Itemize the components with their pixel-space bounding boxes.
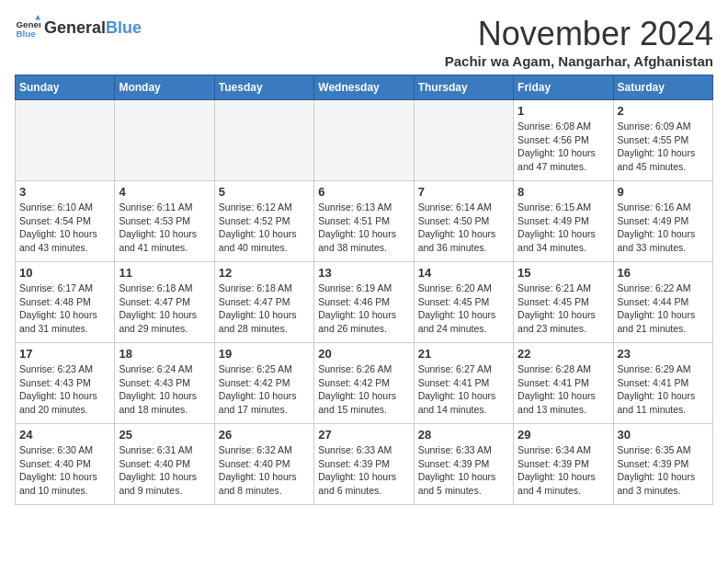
day-number: 13 <box>318 266 409 280</box>
calendar-cell: 28Sunrise: 6:33 AM Sunset: 4:39 PM Dayli… <box>414 424 513 505</box>
day-info: Sunrise: 6:09 AM Sunset: 4:55 PM Dayligh… <box>618 120 709 174</box>
calendar-cell: 19Sunrise: 6:25 AM Sunset: 4:42 PM Dayli… <box>214 343 313 424</box>
day-number: 10 <box>19 266 110 280</box>
day-number: 12 <box>219 266 310 280</box>
day-number: 3 <box>19 185 110 199</box>
header: General Blue GeneralBlue November 2024 P… <box>15 15 713 69</box>
day-number: 2 <box>618 104 709 118</box>
day-info: Sunrise: 6:13 AM Sunset: 4:51 PM Dayligh… <box>318 201 409 255</box>
calendar-cell: 30Sunrise: 6:35 AM Sunset: 4:39 PM Dayli… <box>613 424 712 505</box>
week-row-1: 1Sunrise: 6:08 AM Sunset: 4:56 PM Daylig… <box>16 100 713 181</box>
day-info: Sunrise: 6:27 AM Sunset: 4:41 PM Dayligh… <box>418 362 509 417</box>
day-number: 17 <box>19 347 110 361</box>
logo-icon: General Blue <box>15 15 40 40</box>
calendar-cell: 14Sunrise: 6:20 AM Sunset: 4:45 PM Dayli… <box>414 262 513 343</box>
day-info: Sunrise: 6:24 AM Sunset: 4:43 PM Dayligh… <box>119 362 210 417</box>
calendar-cell: 24Sunrise: 6:30 AM Sunset: 4:40 PM Dayli… <box>16 424 115 505</box>
day-number: 5 <box>219 185 310 199</box>
day-number: 18 <box>119 347 210 361</box>
week-row-3: 10Sunrise: 6:17 AM Sunset: 4:48 PM Dayli… <box>16 262 713 343</box>
day-info: Sunrise: 6:11 AM Sunset: 4:53 PM Dayligh… <box>119 201 210 255</box>
logo: General Blue GeneralBlue <box>15 15 142 40</box>
day-info: Sunrise: 6:32 AM Sunset: 4:40 PM Dayligh… <box>219 443 310 498</box>
day-number: 1 <box>518 104 609 118</box>
calendar-cell: 22Sunrise: 6:28 AM Sunset: 4:41 PM Dayli… <box>514 343 613 424</box>
day-info: Sunrise: 6:08 AM Sunset: 4:56 PM Dayligh… <box>518 120 609 174</box>
day-info: Sunrise: 6:33 AM Sunset: 4:39 PM Dayligh… <box>318 443 409 498</box>
day-info: Sunrise: 6:29 AM Sunset: 4:41 PM Dayligh… <box>618 362 709 417</box>
day-info: Sunrise: 6:20 AM Sunset: 4:45 PM Dayligh… <box>418 282 509 336</box>
day-number: 25 <box>119 428 210 442</box>
calendar-cell: 26Sunrise: 6:32 AM Sunset: 4:40 PM Dayli… <box>214 424 313 505</box>
calendar-cell: 5Sunrise: 6:12 AM Sunset: 4:52 PM Daylig… <box>214 181 313 262</box>
day-number: 9 <box>618 185 709 199</box>
day-number: 7 <box>418 185 509 199</box>
calendar-cell: 12Sunrise: 6:18 AM Sunset: 4:47 PM Dayli… <box>214 262 313 343</box>
day-number: 24 <box>19 428 110 442</box>
day-info: Sunrise: 6:35 AM Sunset: 4:39 PM Dayligh… <box>618 443 709 498</box>
day-number: 15 <box>518 266 609 280</box>
calendar-cell: 10Sunrise: 6:17 AM Sunset: 4:48 PM Dayli… <box>16 262 115 343</box>
day-number: 21 <box>418 347 509 361</box>
day-number: 23 <box>618 347 709 361</box>
calendar-cell <box>115 100 214 181</box>
day-number: 14 <box>418 266 509 280</box>
calendar-cell <box>414 100 513 181</box>
calendar-cell: 6Sunrise: 6:13 AM Sunset: 4:51 PM Daylig… <box>314 181 414 262</box>
day-info: Sunrise: 6:12 AM Sunset: 4:52 PM Dayligh… <box>219 201 310 255</box>
calendar-cell: 9Sunrise: 6:16 AM Sunset: 4:49 PM Daylig… <box>613 181 712 262</box>
calendar-cell: 23Sunrise: 6:29 AM Sunset: 4:41 PM Dayli… <box>613 343 712 424</box>
day-info: Sunrise: 6:17 AM Sunset: 4:48 PM Dayligh… <box>19 282 110 336</box>
svg-text:Blue: Blue <box>16 29 36 39</box>
day-number: 29 <box>518 428 609 442</box>
day-number: 11 <box>119 266 210 280</box>
calendar-cell: 25Sunrise: 6:31 AM Sunset: 4:40 PM Dayli… <box>115 424 214 505</box>
calendar-cell: 27Sunrise: 6:33 AM Sunset: 4:39 PM Dayli… <box>314 424 414 505</box>
col-header-monday: Monday <box>115 75 214 100</box>
calendar-header-row: SundayMondayTuesdayWednesdayThursdayFrid… <box>16 75 713 100</box>
calendar-cell: 15Sunrise: 6:21 AM Sunset: 4:45 PM Dayli… <box>514 262 613 343</box>
logo-blue: Blue <box>106 18 142 38</box>
day-info: Sunrise: 6:15 AM Sunset: 4:49 PM Dayligh… <box>518 201 609 255</box>
calendar-cell <box>16 100 115 181</box>
subtitle: Pachir wa Agam, Nangarhar, Afghanistan <box>445 53 713 69</box>
day-number: 8 <box>518 185 609 199</box>
day-info: Sunrise: 6:21 AM Sunset: 4:45 PM Dayligh… <box>518 282 609 336</box>
calendar-cell: 4Sunrise: 6:11 AM Sunset: 4:53 PM Daylig… <box>115 181 214 262</box>
day-number: 26 <box>219 428 310 442</box>
svg-marker-2 <box>35 15 40 20</box>
title-area: November 2024 Pachir wa Agam, Nangarhar,… <box>445 15 713 69</box>
calendar-cell <box>314 100 414 181</box>
calendar-cell: 7Sunrise: 6:14 AM Sunset: 4:50 PM Daylig… <box>414 181 513 262</box>
calendar-cell: 29Sunrise: 6:34 AM Sunset: 4:39 PM Dayli… <box>514 424 613 505</box>
calendar-cell: 16Sunrise: 6:22 AM Sunset: 4:44 PM Dayli… <box>613 262 712 343</box>
calendar-cell <box>214 100 313 181</box>
col-header-tuesday: Tuesday <box>214 75 313 100</box>
day-info: Sunrise: 6:34 AM Sunset: 4:39 PM Dayligh… <box>518 443 609 498</box>
calendar-cell: 18Sunrise: 6:24 AM Sunset: 4:43 PM Dayli… <box>115 343 214 424</box>
day-info: Sunrise: 6:30 AM Sunset: 4:40 PM Dayligh… <box>19 443 110 498</box>
day-number: 27 <box>318 428 409 442</box>
day-number: 30 <box>618 428 709 442</box>
day-info: Sunrise: 6:18 AM Sunset: 4:47 PM Dayligh… <box>219 282 310 336</box>
calendar-cell: 1Sunrise: 6:08 AM Sunset: 4:56 PM Daylig… <box>514 100 613 181</box>
day-info: Sunrise: 6:23 AM Sunset: 4:43 PM Dayligh… <box>19 362 110 417</box>
calendar-cell: 3Sunrise: 6:10 AM Sunset: 4:54 PM Daylig… <box>16 181 115 262</box>
day-number: 19 <box>219 347 310 361</box>
calendar-cell: 2Sunrise: 6:09 AM Sunset: 4:55 PM Daylig… <box>613 100 712 181</box>
day-info: Sunrise: 6:31 AM Sunset: 4:40 PM Dayligh… <box>119 443 210 498</box>
col-header-saturday: Saturday <box>613 75 712 100</box>
col-header-friday: Friday <box>514 75 613 100</box>
day-number: 4 <box>119 185 210 199</box>
day-info: Sunrise: 6:16 AM Sunset: 4:49 PM Dayligh… <box>618 201 709 255</box>
day-info: Sunrise: 6:26 AM Sunset: 4:42 PM Dayligh… <box>318 362 409 417</box>
calendar-cell: 8Sunrise: 6:15 AM Sunset: 4:49 PM Daylig… <box>514 181 613 262</box>
day-number: 16 <box>618 266 709 280</box>
week-row-4: 17Sunrise: 6:23 AM Sunset: 4:43 PM Dayli… <box>16 343 713 424</box>
month-title: November 2024 <box>445 15 713 53</box>
day-number: 28 <box>418 428 509 442</box>
day-info: Sunrise: 6:22 AM Sunset: 4:44 PM Dayligh… <box>618 282 709 336</box>
week-row-2: 3Sunrise: 6:10 AM Sunset: 4:54 PM Daylig… <box>16 181 713 262</box>
day-info: Sunrise: 6:25 AM Sunset: 4:42 PM Dayligh… <box>219 362 310 417</box>
calendar-cell: 17Sunrise: 6:23 AM Sunset: 4:43 PM Dayli… <box>16 343 115 424</box>
